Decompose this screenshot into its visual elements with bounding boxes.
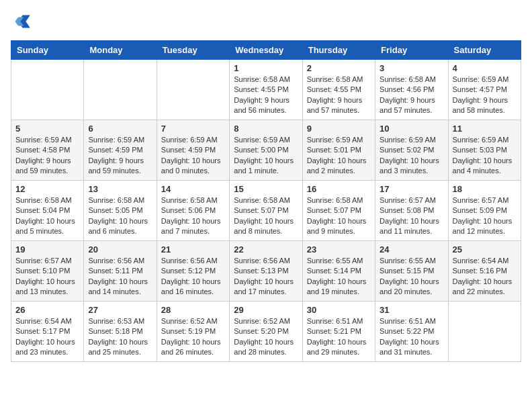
day-number: 4 — [453, 63, 517, 73]
day-detail: Sunrise: 6:58 AM Sunset: 4:55 PM Dayligh… — [234, 75, 298, 116]
day-detail: Sunrise: 6:55 AM Sunset: 5:14 PM Dayligh… — [307, 256, 371, 298]
calendar-week-row: 5Sunrise: 6:59 AM Sunset: 4:58 PM Daylig… — [11, 120, 521, 181]
day-detail: Sunrise: 6:51 AM Sunset: 5:21 PM Dayligh… — [307, 316, 371, 358]
day-detail: Sunrise: 6:59 AM Sunset: 5:00 PM Dayligh… — [234, 135, 298, 177]
day-number: 6 — [88, 124, 152, 134]
calendar-header-row: SundayMondayTuesdayWednesdayThursdayFrid… — [11, 41, 521, 60]
calendar-week-row: 12Sunrise: 6:58 AM Sunset: 5:04 PM Dayli… — [11, 181, 521, 241]
calendar-cell: 30Sunrise: 6:51 AM Sunset: 5:21 PM Dayli… — [302, 302, 375, 362]
day-detail: Sunrise: 6:52 AM Sunset: 5:19 PM Dayligh… — [161, 316, 225, 358]
calendar-cell: 18Sunrise: 6:57 AM Sunset: 5:09 PM Dayli… — [448, 181, 521, 241]
day-number: 11 — [453, 124, 517, 134]
day-detail: Sunrise: 6:59 AM Sunset: 5:01 PM Dayligh… — [307, 135, 371, 177]
day-number: 19 — [15, 244, 79, 255]
day-detail: Sunrise: 6:53 AM Sunset: 5:18 PM Dayligh… — [88, 316, 152, 358]
day-detail: Sunrise: 6:59 AM Sunset: 4:59 PM Dayligh… — [88, 135, 152, 177]
logo — [11, 11, 35, 32]
column-header-sunday: Sunday — [11, 41, 84, 60]
calendar-cell: 23Sunrise: 6:55 AM Sunset: 5:14 PM Dayli… — [302, 241, 375, 302]
column-header-tuesday: Tuesday — [157, 41, 229, 60]
calendar-cell: 26Sunrise: 6:54 AM Sunset: 5:17 PM Dayli… — [11, 302, 84, 362]
calendar-cell: 17Sunrise: 6:57 AM Sunset: 5:08 PM Dayli… — [375, 181, 448, 241]
day-number: 20 — [88, 244, 152, 255]
calendar-cell: 6Sunrise: 6:59 AM Sunset: 4:59 PM Daylig… — [84, 120, 157, 181]
day-number: 3 — [380, 63, 443, 73]
calendar-cell: 19Sunrise: 6:57 AM Sunset: 5:10 PM Dayli… — [11, 241, 84, 302]
day-number: 24 — [380, 244, 443, 255]
day-number: 8 — [234, 124, 298, 134]
calendar-cell — [157, 60, 229, 120]
calendar-week-row: 19Sunrise: 6:57 AM Sunset: 5:10 PM Dayli… — [11, 241, 521, 302]
day-detail: Sunrise: 6:58 AM Sunset: 4:56 PM Dayligh… — [380, 75, 443, 116]
calendar-cell: 28Sunrise: 6:52 AM Sunset: 5:19 PM Dayli… — [157, 302, 229, 362]
calendar-cell: 8Sunrise: 6:59 AM Sunset: 5:00 PM Daylig… — [230, 120, 302, 181]
day-number: 12 — [15, 184, 79, 194]
calendar: SundayMondayTuesdayWednesdayThursdayFrid… — [11, 40, 521, 362]
day-number: 10 — [380, 124, 443, 134]
column-header-wednesday: Wednesday — [230, 41, 302, 60]
calendar-cell: 9Sunrise: 6:59 AM Sunset: 5:01 PM Daylig… — [302, 120, 375, 181]
day-detail: Sunrise: 6:58 AM Sunset: 5:06 PM Dayligh… — [161, 195, 225, 237]
column-header-saturday: Saturday — [448, 41, 521, 60]
day-detail: Sunrise: 6:58 AM Sunset: 5:07 PM Dayligh… — [234, 195, 298, 237]
day-number: 14 — [161, 184, 225, 194]
day-detail: Sunrise: 6:52 AM Sunset: 5:20 PM Dayligh… — [234, 316, 298, 358]
day-detail: Sunrise: 6:57 AM Sunset: 5:09 PM Dayligh… — [453, 195, 517, 237]
day-number: 22 — [234, 244, 298, 255]
day-number: 25 — [453, 244, 517, 255]
calendar-cell — [84, 60, 157, 120]
calendar-cell: 1Sunrise: 6:58 AM Sunset: 4:55 PM Daylig… — [230, 60, 302, 120]
day-detail: Sunrise: 6:59 AM Sunset: 4:58 PM Dayligh… — [15, 135, 79, 177]
day-number: 7 — [161, 124, 225, 134]
calendar-cell: 25Sunrise: 6:54 AM Sunset: 5:16 PM Dayli… — [448, 241, 521, 302]
calendar-cell: 15Sunrise: 6:58 AM Sunset: 5:07 PM Dayli… — [230, 181, 302, 241]
calendar-cell: 16Sunrise: 6:58 AM Sunset: 5:07 PM Dayli… — [302, 181, 375, 241]
day-detail: Sunrise: 6:54 AM Sunset: 5:16 PM Dayligh… — [453, 256, 517, 298]
day-number: 26 — [15, 305, 79, 315]
day-number: 13 — [88, 184, 152, 194]
day-detail: Sunrise: 6:54 AM Sunset: 5:17 PM Dayligh… — [15, 316, 79, 358]
day-number: 17 — [380, 184, 443, 194]
day-detail: Sunrise: 6:58 AM Sunset: 5:04 PM Dayligh… — [15, 195, 79, 237]
calendar-cell: 5Sunrise: 6:59 AM Sunset: 4:58 PM Daylig… — [11, 120, 84, 181]
day-number: 18 — [453, 184, 517, 194]
calendar-cell: 24Sunrise: 6:55 AM Sunset: 5:15 PM Dayli… — [375, 241, 448, 302]
day-number: 30 — [307, 305, 371, 315]
day-detail: Sunrise: 6:56 AM Sunset: 5:12 PM Dayligh… — [161, 256, 225, 298]
day-number: 15 — [234, 184, 298, 194]
day-detail: Sunrise: 6:59 AM Sunset: 4:59 PM Dayligh… — [161, 135, 225, 177]
logo-icon — [11, 11, 32, 32]
calendar-cell: 27Sunrise: 6:53 AM Sunset: 5:18 PM Dayli… — [84, 302, 157, 362]
calendar-cell: 12Sunrise: 6:58 AM Sunset: 5:04 PM Dayli… — [11, 181, 84, 241]
day-number: 21 — [161, 244, 225, 255]
calendar-cell: 31Sunrise: 6:51 AM Sunset: 5:22 PM Dayli… — [375, 302, 448, 362]
day-detail: Sunrise: 6:51 AM Sunset: 5:22 PM Dayligh… — [380, 316, 443, 358]
day-detail: Sunrise: 6:59 AM Sunset: 5:03 PM Dayligh… — [453, 135, 517, 177]
day-detail: Sunrise: 6:58 AM Sunset: 4:55 PM Dayligh… — [307, 75, 371, 116]
day-detail: Sunrise: 6:59 AM Sunset: 5:02 PM Dayligh… — [380, 135, 443, 177]
calendar-cell: 2Sunrise: 6:58 AM Sunset: 4:55 PM Daylig… — [302, 60, 375, 120]
calendar-cell — [448, 302, 521, 362]
day-number: 5 — [15, 124, 79, 134]
calendar-cell — [11, 60, 84, 120]
day-number: 31 — [380, 305, 443, 315]
calendar-week-row: 1Sunrise: 6:58 AM Sunset: 4:55 PM Daylig… — [11, 60, 521, 120]
column-header-thursday: Thursday — [302, 41, 375, 60]
day-detail: Sunrise: 6:56 AM Sunset: 5:13 PM Dayligh… — [234, 256, 298, 298]
day-number: 27 — [88, 305, 152, 315]
column-header-friday: Friday — [375, 41, 448, 60]
calendar-cell: 13Sunrise: 6:58 AM Sunset: 5:05 PM Dayli… — [84, 181, 157, 241]
day-detail: Sunrise: 6:55 AM Sunset: 5:15 PM Dayligh… — [380, 256, 443, 298]
day-number: 29 — [234, 305, 298, 315]
day-detail: Sunrise: 6:57 AM Sunset: 5:10 PM Dayligh… — [15, 256, 79, 298]
calendar-cell: 10Sunrise: 6:59 AM Sunset: 5:02 PM Dayli… — [375, 120, 448, 181]
day-number: 28 — [161, 305, 225, 315]
calendar-cell: 14Sunrise: 6:58 AM Sunset: 5:06 PM Dayli… — [157, 181, 229, 241]
day-number: 9 — [307, 124, 371, 134]
calendar-cell: 3Sunrise: 6:58 AM Sunset: 4:56 PM Daylig… — [375, 60, 448, 120]
day-number: 16 — [307, 184, 371, 194]
column-header-monday: Monday — [84, 41, 157, 60]
calendar-cell: 7Sunrise: 6:59 AM Sunset: 4:59 PM Daylig… — [157, 120, 229, 181]
day-detail: Sunrise: 6:58 AM Sunset: 5:07 PM Dayligh… — [307, 195, 371, 237]
calendar-cell: 21Sunrise: 6:56 AM Sunset: 5:12 PM Dayli… — [157, 241, 229, 302]
